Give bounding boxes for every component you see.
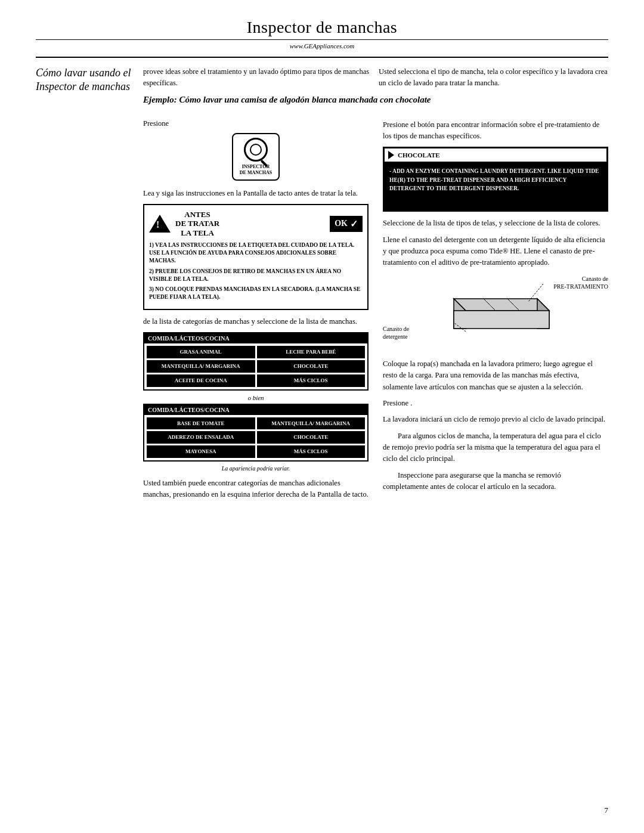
example-heading-row: Ejemplo: Cómo lavar una camisa de algodó… — [143, 95, 608, 112]
seleccione-right: Seleccione de la lista de tipos de telas… — [383, 218, 608, 229]
stain-menu-2: COMIDA/LÁCTEOS/COCINA BASE DE TOMATE MAN… — [143, 404, 369, 462]
warning-item-2: 2) PRUEBE LOS CONSEJOS DE RETIRO DE MANC… — [149, 268, 363, 284]
inspector-icon — [244, 138, 268, 162]
lavadora-text: La lavadora iniciará un ciclo de remojo … — [383, 414, 608, 425]
chocolate-body: - ADD AN ENZYME CONTAINING LAUNDRY DETER… — [385, 162, 606, 210]
top-intro-row: provee ideas sobre el tratamiento y un l… — [143, 66, 608, 89]
stain-grid-2: BASE DE TOMATE MANTEQUILLA/ MARGARINA AD… — [144, 415, 367, 460]
main-divider — [36, 57, 608, 58]
additional-text: Usted también puede encontrar categorías… — [143, 478, 369, 501]
ok-label: OK — [335, 219, 348, 228]
stain-btn-aderezo[interactable]: ADEREZO DE ENSALADA — [147, 431, 255, 444]
warning-item-3: 3) NO COLOQUE PRENDAS MANCHADAS EN LA SE… — [149, 286, 363, 302]
appearance-note: La apariencia podría variar. — [143, 465, 369, 472]
stain-btn-mas-ciclos-2[interactable]: MÁS CICLOS — [257, 445, 366, 458]
main-content: Cómo lavar usando el Inspector de mancha… — [36, 66, 608, 506]
presione-boton-label: Presione el botón — [383, 120, 435, 129]
dispenser-label-bottom: Canasto dedetergente — [383, 325, 409, 340]
warning-title-area: ANTES DE TRATAR LA TELA — [149, 210, 219, 238]
two-column-layout: Presione INSPECTOR DE MANCHAS Lea y siga… — [143, 119, 608, 506]
dispenser-label-top: Canasto dePRE-TRATAMIENTO — [553, 275, 608, 290]
warning-box: ANTES DE TRATAR LA TELA OK ✓ 1) VEA LAS … — [143, 204, 369, 310]
presione2-label: Presione — [383, 399, 408, 407]
chocolate-display-box: CHOCOLATE - ADD AN ENZYME CONTAINING LAU… — [383, 147, 608, 212]
sidebar-title: Cómo lavar usando el Inspector de mancha… — [36, 66, 131, 94]
left-column: Presione INSPECTOR DE MANCHAS Lea y siga… — [143, 119, 369, 506]
seleccione-intro: de la lista de categorías de manchas y s… — [143, 316, 369, 327]
stain-menu-1-title: COMIDA/LÁCTEOS/COCINA — [144, 333, 367, 343]
stain-menu-1: COMIDA/LÁCTEOS/COCINA GRASA ANIMAL LECHE… — [143, 332, 369, 390]
stain-btn-aceite[interactable]: ACEITE DE COCINA — [147, 374, 255, 387]
stain-btn-grasa[interactable]: GRASA ANIMAL — [147, 346, 255, 358]
stain-btn-chocolate-1[interactable]: CHOCOLATE — [257, 360, 366, 373]
content-area: provee ideas sobre el tratamiento y un l… — [143, 66, 608, 506]
checkmark-icon: ✓ — [350, 218, 358, 230]
inspector-button[interactable]: INSPECTOR DE MANCHAS — [232, 133, 280, 181]
svg-marker-0 — [454, 299, 549, 311]
or-divider: o bien — [143, 394, 369, 401]
right-column: Presione el botón para encontrar informa… — [383, 119, 608, 506]
para-text: Para algunos ciclos de mancha, la temper… — [383, 431, 608, 465]
ok-badge: OK ✓ — [330, 216, 363, 232]
coloque-text: Coloque la ropa(s) manchada en la lavado… — [383, 358, 608, 393]
stain-menu-2-title: COMIDA/LÁCTEOS/COCINA — [144, 405, 367, 415]
chocolate-title: CHOCOLATE — [398, 151, 440, 159]
stain-grid-1: GRASA ANIMAL LECHE PARA BEBÉ MANTEQUILLA… — [144, 343, 367, 389]
stain-btn-leche[interactable]: LECHE PARA BEBÉ — [257, 346, 366, 358]
website-url: www.GEAppliances.com — [36, 42, 608, 49]
chocolate-arrow-icon — [388, 151, 394, 159]
svg-rect-3 — [454, 311, 549, 329]
warning-header: ANTES DE TRATAR LA TELA OK ✓ — [149, 210, 363, 238]
intro-text-left: provee ideas sobre el tratamiento y un l… — [143, 66, 373, 89]
dispenser-diagram: Canasto dePRE-TRATAMIENTO — [383, 275, 608, 352]
left-sidebar: Cómo lavar usando el Inspector de mancha… — [36, 66, 131, 506]
stain-btn-mas-ciclos-1[interactable]: MÁS CICLOS — [257, 374, 366, 387]
stain-btn-tomate[interactable]: BASE DE TOMATE — [147, 417, 255, 430]
fill-text: Llene el canasto del detergente con un d… — [383, 234, 608, 269]
title-divider — [36, 39, 608, 40]
example-heading: Ejemplo: Cómo lavar una camisa de algodó… — [143, 95, 608, 105]
presione-label: Presione — [143, 119, 369, 128]
presione-boton-text: Presione el botón para encontrar informa… — [383, 119, 608, 143]
stain-btn-mantequilla[interactable]: MANTEQUILLA/ MARGARINA — [147, 360, 255, 373]
seleccione-right-label: Seleccione — [383, 219, 415, 227]
presione2-text: Presione . — [383, 398, 608, 409]
dispenser-svg — [418, 275, 573, 340]
page-title: Inspector de manchas — [36, 18, 608, 37]
chocolate-header: CHOCOLATE — [385, 148, 606, 162]
stain-btn-mayonesa[interactable]: MAYONESA — [147, 445, 255, 458]
stain-btn-mantequilla-2[interactable]: MANTEQUILLA/ MARGARINA — [257, 417, 366, 430]
presione2-dot: . — [410, 399, 412, 407]
warning-item-1: 1) VEA LAS INSTRUCCIONES DE LA ETIQUETA … — [149, 241, 363, 265]
read-instructions-text: Lea y siga las instrucciones en la Panta… — [143, 188, 369, 199]
warning-triangle-icon — [149, 215, 171, 233]
page-number: 7 — [605, 806, 609, 815]
warning-body: 1) VEA LAS INSTRUCCIONES DE LA ETIQUETA … — [149, 241, 363, 302]
warning-title-text: ANTES DE TRATAR LA TELA — [175, 210, 219, 238]
seleccione-right-text: de la lista de tipos de telas, y selecci… — [417, 219, 600, 227]
inspector-inner-circle — [250, 144, 262, 156]
intro-text-right: Usted selecciona el tipo de mancha, tela… — [379, 66, 608, 89]
inspeccione-text: Inspeccione para asegurarse que la manch… — [383, 470, 608, 493]
stain-btn-chocolate-2[interactable]: CHOCOLATE — [257, 431, 366, 444]
